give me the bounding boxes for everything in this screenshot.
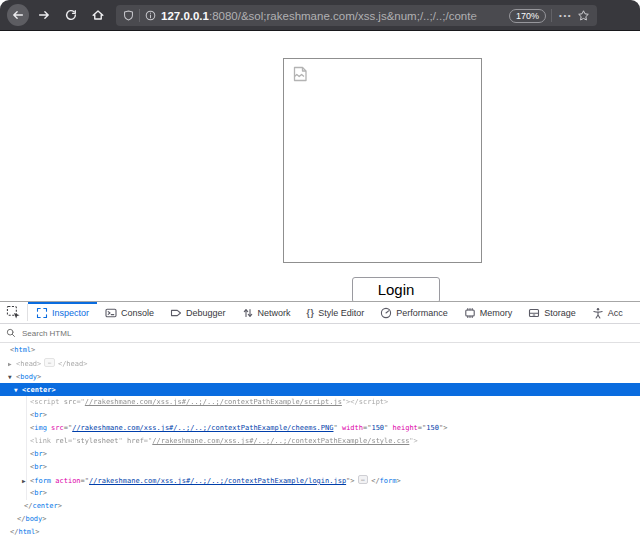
broken-image-placeholder bbox=[283, 58, 482, 263]
markup-token: form bbox=[380, 477, 397, 485]
forward-arrow-icon bbox=[37, 8, 51, 22]
markup-token: head bbox=[20, 360, 37, 368]
bookmark-star-icon[interactable] bbox=[577, 9, 590, 22]
tab-inspector[interactable]: Inspector bbox=[28, 302, 97, 323]
attribute-url-link[interactable]: //rakeshmane.com/xss.js#/..;/..;/context… bbox=[89, 477, 346, 485]
markup-row[interactable]: </center> bbox=[0, 500, 640, 513]
markup-row[interactable]: <br> bbox=[0, 409, 640, 422]
collapse-arrow-icon[interactable]: ▼ bbox=[8, 370, 16, 383]
markup-token: "> bbox=[409, 437, 417, 445]
markup-token: > bbox=[43, 450, 47, 458]
tab-label: Acc bbox=[608, 308, 623, 318]
collapse-arrow-icon[interactable]: ▼ bbox=[14, 383, 22, 396]
zoom-level-badge[interactable]: 170% bbox=[509, 9, 546, 23]
markup-token: body bbox=[25, 515, 42, 523]
markup-token: stylesheet bbox=[76, 437, 118, 445]
markup-token: head bbox=[66, 360, 83, 368]
devtools-tabs: InspectorConsoleDebuggerNetwork{}Style E… bbox=[28, 302, 631, 323]
markup-token: br bbox=[34, 489, 42, 497]
pick-element-button[interactable] bbox=[0, 302, 27, 323]
tab-accessibility[interactable]: Acc bbox=[584, 302, 631, 323]
debugger-icon bbox=[170, 307, 182, 319]
markup-token: > bbox=[384, 398, 388, 406]
accessibility-icon bbox=[592, 307, 604, 319]
tab-performance[interactable]: Performance bbox=[372, 302, 456, 323]
tab-label: Debugger bbox=[186, 308, 226, 318]
search-html-input[interactable] bbox=[20, 328, 634, 339]
back-button[interactable] bbox=[7, 4, 29, 26]
search-bar bbox=[0, 324, 640, 343]
markup-row[interactable]: <img src="//rakeshmane.com/xss.js#/..;/.… bbox=[0, 422, 640, 435]
tab-label: Memory bbox=[480, 308, 513, 318]
markup-row[interactable]: <link rel="stylesheet" href="//rakeshman… bbox=[0, 435, 640, 448]
markup-token: html bbox=[18, 528, 35, 536]
expand-arrow-icon[interactable]: ▶ bbox=[22, 474, 30, 487]
home-button[interactable] bbox=[86, 3, 110, 27]
tab-debugger[interactable]: Debugger bbox=[162, 302, 234, 323]
page-actions-button[interactable]: ••• bbox=[559, 11, 572, 20]
markup-token: > bbox=[35, 528, 39, 536]
markup-row[interactable]: ▶<form action="//rakeshmane.com/xss.js#/… bbox=[0, 474, 640, 487]
markup-row[interactable]: ▼<body> bbox=[0, 370, 640, 383]
back-arrow-icon bbox=[11, 8, 25, 22]
inspector-icon bbox=[36, 307, 48, 319]
tab-console[interactable]: Console bbox=[97, 302, 162, 323]
markup-token: " bbox=[333, 424, 341, 432]
markup-token: "> bbox=[439, 424, 447, 432]
markup-row[interactable]: <br> bbox=[0, 461, 640, 474]
markup-token: body bbox=[20, 373, 37, 381]
tab-label: Console bbox=[121, 308, 154, 318]
tab-storage[interactable]: Storage bbox=[520, 302, 584, 323]
broken-image-icon bbox=[290, 64, 310, 88]
forward-button[interactable] bbox=[32, 3, 56, 27]
markup-row[interactable]: <br> bbox=[0, 448, 640, 461]
markup-token: =" bbox=[64, 424, 72, 432]
ellipsis-badge[interactable]: ⋯ bbox=[44, 358, 55, 367]
markup-row[interactable]: ▶<head>⋯</head> bbox=[0, 357, 640, 370]
tab-label: Inspector bbox=[52, 308, 89, 318]
markup-row[interactable]: <html> bbox=[0, 344, 640, 357]
markup-token: src bbox=[64, 398, 77, 406]
markup-token: > bbox=[83, 360, 87, 368]
style-editor-icon: {} bbox=[307, 308, 315, 318]
markup-row[interactable]: </body> bbox=[0, 513, 640, 526]
markup-token: html bbox=[14, 346, 31, 354]
markup-token: form bbox=[34, 477, 51, 485]
tab-memory[interactable]: Memory bbox=[456, 302, 521, 323]
markup-token: br bbox=[34, 411, 42, 419]
attribute-url-link[interactable]: //rakeshmane.com/xss.js#/..;/..;/context… bbox=[72, 424, 333, 432]
login-button[interactable]: Login bbox=[352, 277, 440, 301]
url-bar[interactable]: 127.0.0.1:8080/&sol;rakeshmane.com/xss.j… bbox=[116, 5, 597, 26]
reload-button[interactable] bbox=[59, 3, 83, 27]
markup-token: center bbox=[26, 386, 51, 394]
url-path: :8080/&sol;rakeshmane.com/xss.js&num;/..… bbox=[209, 10, 477, 22]
markup-token: link bbox=[34, 437, 51, 445]
markup-token: href bbox=[127, 437, 144, 445]
attribute-url-link[interactable]: //rakeshmane.com/xss.js#/..;/..;/context… bbox=[152, 437, 409, 445]
memory-icon bbox=[464, 307, 476, 319]
markup-row[interactable]: <script src="//rakeshmane.com/xss.js#/..… bbox=[0, 396, 640, 409]
markup-token: </ bbox=[371, 477, 379, 485]
ellipsis-badge[interactable]: ⋯ bbox=[358, 475, 369, 484]
tab-label: Style Editor bbox=[318, 308, 364, 318]
markup-token: 150 bbox=[371, 424, 384, 432]
markup-token: > bbox=[31, 346, 35, 354]
markup-token: " bbox=[384, 424, 392, 432]
markup-token: > bbox=[43, 463, 47, 471]
markup-token: action bbox=[55, 477, 80, 485]
markup-row[interactable]: <br> bbox=[0, 487, 640, 500]
attribute-url-link[interactable]: //rakeshmane.com/xss.js#/..;/..;/context… bbox=[85, 398, 342, 406]
markup-token: img bbox=[34, 424, 47, 432]
tracking-protection-shield-icon[interactable] bbox=[123, 10, 134, 21]
markup-token: script bbox=[359, 398, 384, 406]
site-info-icon[interactable] bbox=[145, 10, 156, 21]
tab-style-editor[interactable]: {}Style Editor bbox=[299, 302, 373, 323]
expand-arrow-icon[interactable]: ▶ bbox=[8, 357, 16, 370]
markup-row[interactable]: </html> bbox=[0, 526, 640, 539]
markup-row[interactable]: ▼<center> bbox=[0, 383, 640, 396]
markup-token: rel bbox=[55, 437, 68, 445]
markup-token: > bbox=[37, 360, 41, 368]
url-text[interactable]: 127.0.0.1:8080/&sol;rakeshmane.com/xss.j… bbox=[161, 10, 504, 22]
markup-token: "> bbox=[346, 477, 354, 485]
tab-network[interactable]: Network bbox=[234, 302, 299, 323]
